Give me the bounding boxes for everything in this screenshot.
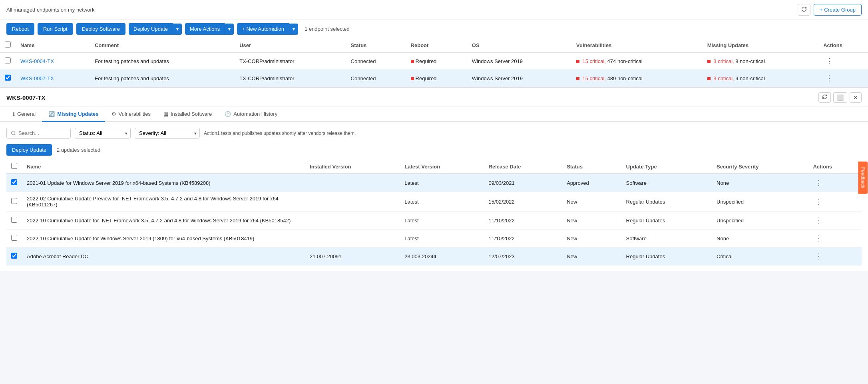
endpoint-link[interactable]: WKS-0004-TX bbox=[20, 58, 54, 64]
deploy-update-button-detail[interactable]: Deploy Update bbox=[6, 144, 52, 156]
col-status: Status bbox=[346, 38, 406, 52]
update-checkbox-cell[interactable] bbox=[6, 174, 22, 192]
update-actions-button[interactable]: ⋮ bbox=[813, 178, 825, 188]
more-actions-button[interactable]: More Actions bbox=[185, 23, 225, 35]
row-actions-button[interactable]: ⋮ bbox=[823, 73, 835, 83]
update-checkbox[interactable] bbox=[11, 235, 17, 241]
update-checkbox-cell[interactable] bbox=[6, 212, 22, 230]
detail-tabs: ℹ General 🔄 Missing Updates ⚙ Vulnerabil… bbox=[0, 107, 868, 122]
row-checkbox-cell[interactable] bbox=[0, 70, 16, 87]
col-vulnerabilities: Vulnerabilities bbox=[571, 38, 703, 52]
update-checkbox-cell[interactable] bbox=[6, 230, 22, 247]
update-actions[interactable]: ⋮ bbox=[808, 192, 862, 212]
update-checkbox-cell[interactable] bbox=[6, 192, 22, 212]
update-row: 2022-10 Cumulative Update for Windows Se… bbox=[6, 230, 862, 247]
top-bar: All managed endpoints on my network + Cr… bbox=[0, 0, 868, 20]
severity-filter[interactable]: Severity: All Severity: Critical Severit… bbox=[135, 128, 200, 139]
info-text: Action1 tests and publishes updates shor… bbox=[204, 131, 862, 136]
row-os: Windows Server 2019 bbox=[467, 52, 571, 70]
vulnerabilities-icon: ⚙ bbox=[111, 111, 116, 117]
new-automation-split-button: + New Automation ▾ bbox=[237, 23, 298, 35]
detail-refresh-button[interactable] bbox=[818, 92, 831, 103]
updates-col-actions: Actions bbox=[808, 160, 862, 174]
reboot-dot bbox=[411, 60, 414, 63]
update-actions[interactable]: ⋮ bbox=[808, 247, 862, 265]
row-user: TX-CORP\administrator bbox=[235, 70, 346, 87]
tab-installed-software[interactable]: ▦ Installed Software bbox=[157, 107, 218, 122]
select-all-checkbox[interactable] bbox=[5, 42, 11, 48]
more-actions-arrow-button[interactable]: ▾ bbox=[225, 24, 234, 35]
updates-col-release-date: Release Date bbox=[484, 160, 562, 174]
missing-noncritical: 8 non-critical bbox=[735, 58, 765, 64]
row-status: Connected bbox=[346, 70, 406, 87]
deploy-software-button[interactable]: Deploy Software bbox=[76, 23, 125, 35]
detail-expand-button[interactable]: ⬜ bbox=[833, 92, 847, 103]
endpoints-table: Name Comment User Status Reboot OS Vulne… bbox=[0, 38, 868, 87]
search-icon bbox=[11, 131, 16, 136]
update-checkbox-cell[interactable] bbox=[6, 247, 22, 265]
update-actions-button[interactable]: ⋮ bbox=[813, 251, 825, 261]
update-actions[interactable]: ⋮ bbox=[808, 212, 862, 230]
updates-col-latest-version: Latest Version bbox=[400, 160, 484, 174]
update-security-severity: Unspecified bbox=[712, 192, 808, 212]
feedback-tab[interactable]: Feedback bbox=[858, 162, 868, 194]
search-box bbox=[6, 128, 71, 139]
update-row: 2022-10 Cumulative Update for .NET Frame… bbox=[6, 212, 862, 230]
row-actions-button[interactable]: ⋮ bbox=[823, 56, 835, 66]
row-checkbox[interactable] bbox=[5, 57, 11, 63]
update-release-date: 11/10/2022 bbox=[484, 230, 562, 247]
update-actions[interactable]: ⋮ bbox=[808, 174, 862, 192]
endpoint-link[interactable]: WKS-0007-TX bbox=[20, 75, 54, 81]
deploy-update-button[interactable]: Deploy Update bbox=[129, 23, 173, 35]
update-status: New bbox=[562, 212, 621, 230]
run-script-button[interactable]: Run Script bbox=[38, 23, 73, 35]
row-checkbox-cell[interactable] bbox=[0, 52, 16, 70]
new-automation-button[interactable]: + New Automation bbox=[237, 23, 289, 35]
detail-title: WKS-0007-TX bbox=[6, 94, 46, 101]
update-actions-button[interactable]: ⋮ bbox=[813, 233, 825, 243]
deploy-update-split-button: Deploy Update ▾ bbox=[129, 23, 182, 35]
updates-action-row: Deploy Update 2 updates selected bbox=[6, 144, 862, 156]
reboot-button[interactable]: Reboot bbox=[6, 23, 34, 35]
row-endpoint-name[interactable]: WKS-0007-TX bbox=[16, 70, 90, 87]
row-actions[interactable]: ⋮ bbox=[818, 70, 868, 87]
update-checkbox[interactable] bbox=[11, 179, 17, 185]
tab-vulnerabilities[interactable]: ⚙ Vulnerabilities bbox=[105, 107, 157, 122]
vuln-noncritical: 474 non-critical bbox=[607, 58, 643, 64]
vuln-dot bbox=[576, 60, 579, 63]
update-latest-version: Latest bbox=[400, 230, 484, 247]
row-missing-updates: 3 critical, 9 non-critical bbox=[703, 70, 818, 87]
tab-automation-history[interactable]: 🕐 Automation History bbox=[218, 107, 284, 122]
updates-select-all-header[interactable] bbox=[6, 160, 22, 174]
update-checkbox[interactable] bbox=[11, 253, 17, 259]
update-checkbox[interactable] bbox=[11, 217, 17, 223]
update-checkbox[interactable] bbox=[11, 198, 17, 204]
update-actions-button[interactable]: ⋮ bbox=[813, 196, 825, 207]
deploy-update-arrow-button[interactable]: ▾ bbox=[173, 24, 182, 35]
table-row: WKS-0004-TX For testing patches and upda… bbox=[0, 52, 868, 70]
search-input[interactable] bbox=[18, 130, 66, 136]
missing-noncritical: 9 non-critical bbox=[735, 75, 765, 81]
updates-select-all-checkbox[interactable] bbox=[11, 163, 17, 169]
updates-col-status: Status bbox=[562, 160, 621, 174]
update-actions[interactable]: ⋮ bbox=[808, 230, 862, 247]
row-endpoint-name[interactable]: WKS-0004-TX bbox=[16, 52, 90, 70]
svg-point-0 bbox=[12, 131, 15, 135]
update-type: Software bbox=[621, 230, 712, 247]
select-all-header[interactable] bbox=[0, 38, 16, 52]
refresh-button[interactable] bbox=[798, 4, 810, 16]
tab-missing-updates[interactable]: 🔄 Missing Updates bbox=[42, 107, 105, 122]
create-group-button[interactable]: + Create Group bbox=[814, 4, 862, 16]
row-checkbox[interactable] bbox=[5, 75, 11, 81]
page-title: All managed endpoints on my network bbox=[6, 7, 94, 13]
update-release-date: 09/03/2021 bbox=[484, 174, 562, 192]
row-actions[interactable]: ⋮ bbox=[818, 52, 868, 70]
tab-general[interactable]: ℹ General bbox=[6, 107, 42, 122]
status-filter[interactable]: Status: All Status: Approved Status: New bbox=[75, 128, 131, 139]
missing-dot bbox=[707, 77, 711, 80]
new-automation-arrow-button[interactable]: ▾ bbox=[289, 24, 298, 35]
endpoints-table-body: WKS-0004-TX For testing patches and upda… bbox=[0, 52, 868, 87]
tab-general-label: General bbox=[17, 111, 36, 117]
detail-close-button[interactable]: ✕ bbox=[850, 92, 862, 103]
update-actions-button[interactable]: ⋮ bbox=[813, 215, 825, 226]
